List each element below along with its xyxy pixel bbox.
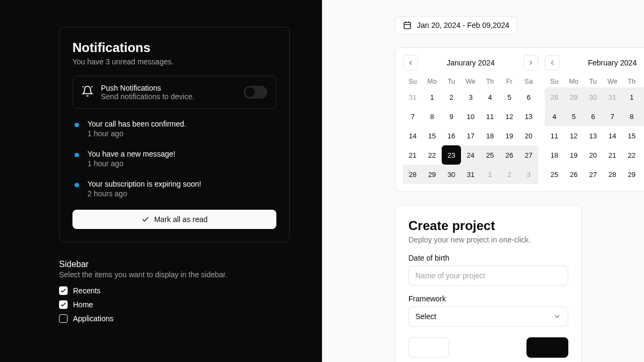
create-project-card: Create project Deploy your new project i…	[395, 205, 582, 362]
calendar-day[interactable]: 8	[622, 107, 641, 126]
calendar-day[interactable]: 20	[519, 126, 538, 145]
deploy-button[interactable]	[526, 337, 568, 358]
notification-item: You have a new message! 1 hour ago	[72, 150, 276, 168]
calendar-month-feb: February 2024 SuMoTuWeThFrSa 28293031123…	[545, 55, 644, 184]
checkbox-label: Recents	[73, 286, 100, 295]
calendar-day[interactable]: 29	[622, 165, 641, 184]
calendar-day[interactable]: 15	[422, 126, 442, 145]
calendar-day[interactable]: 11	[545, 126, 564, 145]
calendar-day[interactable]: 4	[545, 107, 564, 126]
push-title: Push Notifications	[101, 84, 236, 92]
project-name-input[interactable]	[408, 265, 568, 286]
calendar-day[interactable]: 26	[500, 145, 519, 165]
calendar-day[interactable]: 30	[583, 87, 603, 107]
mark-all-label: Mark all as read	[154, 215, 208, 224]
chevron-left-icon	[548, 59, 556, 67]
sidebar-title: Sidebar	[59, 260, 290, 269]
notification-title: You have a new message!	[87, 150, 175, 158]
calendar-day[interactable]: 31	[461, 165, 480, 184]
calendar-day[interactable]: 2	[641, 87, 644, 107]
calendar-day[interactable]: 15	[622, 126, 641, 145]
mark-all-read-button[interactable]: Mark all as read	[72, 210, 276, 229]
calendar-day[interactable]: 1	[622, 87, 641, 107]
cancel-button[interactable]	[408, 337, 449, 358]
calendar-day[interactable]: 31	[403, 87, 422, 107]
calendar-day[interactable]: 26	[564, 165, 583, 184]
date-range-button[interactable]: Jan 20, 2024 - Feb 09,2024	[395, 16, 517, 34]
calendar-day[interactable]: 8	[422, 107, 442, 126]
calendar-day[interactable]: 5	[564, 107, 583, 126]
calendar-day[interactable]: 29	[422, 165, 442, 184]
calendar-day[interactable]: 12	[564, 126, 583, 145]
date-range-label: Jan 20, 2024 - Feb 09,2024	[417, 21, 509, 29]
project-title: Create project	[408, 218, 568, 233]
calendar-day[interactable]: 6	[519, 87, 538, 107]
calendar-next-button[interactable]	[523, 55, 538, 70]
calendar-day[interactable]: 13	[583, 126, 603, 145]
calendar-day[interactable]: 19	[564, 145, 583, 165]
sidebar-option-home[interactable]: Home	[59, 300, 290, 309]
calendar-day[interactable]: 25	[480, 145, 500, 165]
calendar-day[interactable]: 18	[545, 145, 564, 165]
calendar-day[interactable]: 1	[480, 165, 500, 184]
calendar-prev-button[interactable]	[403, 55, 418, 70]
notification-title: Your call has been confirmed.	[87, 120, 186, 128]
calendar-day[interactable]: 23	[442, 145, 461, 165]
sidebar-option-applications[interactable]: Applications	[59, 314, 290, 323]
calendar-day[interactable]: 14	[603, 126, 622, 145]
calendar-month-title: February 2024	[588, 58, 636, 67]
calendar-day[interactable]: 29	[564, 87, 583, 107]
calendar-day[interactable]: 21	[603, 145, 622, 165]
calendar-prev-button[interactable]	[545, 55, 560, 70]
calendar-day[interactable]: 20	[583, 145, 603, 165]
notifications-title: Notifications	[72, 40, 276, 55]
calendar-day[interactable]: 18	[480, 126, 500, 145]
calendar-day[interactable]: 28	[603, 165, 622, 184]
calendar-day[interactable]: 21	[403, 145, 422, 165]
calendar-day[interactable]: 19	[500, 126, 519, 145]
calendar-dow: We	[461, 78, 480, 85]
calendar-day[interactable]: 16	[442, 126, 461, 145]
calendar-dow: Tu	[442, 78, 461, 85]
calendar-day[interactable]: 28	[545, 87, 564, 107]
push-toggle[interactable]	[244, 86, 267, 99]
calendar-day[interactable]: 24	[461, 145, 480, 165]
calendar-day[interactable]: 11	[480, 107, 500, 126]
calendar-day[interactable]: 5	[500, 87, 519, 107]
calendar-day[interactable]: 27	[519, 145, 538, 165]
calendar-day[interactable]: 9	[641, 107, 644, 126]
calendar-month-jan: Janurary 2024 SuMoTuWeThFrSa 31123456789…	[403, 55, 538, 184]
calendar-day[interactable]: 1	[422, 87, 442, 107]
calendar-day[interactable]: 16	[641, 126, 644, 145]
framework-select[interactable]: Select	[408, 306, 568, 327]
calendar-day[interactable]: 9	[442, 107, 461, 126]
calendar-dow: Mo	[564, 78, 583, 85]
calendar-day[interactable]: 13	[519, 107, 538, 126]
calendar-day[interactable]: 3	[461, 87, 480, 107]
calendar-day[interactable]: 2	[500, 165, 519, 184]
chevron-right-icon	[527, 59, 535, 67]
calendar-dow: Fr	[500, 78, 519, 85]
calendar-day[interactable]: 23	[641, 145, 644, 165]
calendar-day[interactable]: 31	[603, 87, 622, 107]
calendar-day[interactable]: 12	[500, 107, 519, 126]
calendar-day[interactable]: 22	[422, 145, 442, 165]
calendar-day[interactable]: 27	[583, 165, 603, 184]
calendar-day[interactable]: 17	[461, 126, 480, 145]
calendar-day[interactable]: 6	[583, 107, 603, 126]
calendar-popover: Janurary 2024 SuMoTuWeThFrSa 31123456789…	[395, 47, 644, 192]
calendar-day[interactable]: 10	[461, 107, 480, 126]
calendar-day[interactable]: 7	[603, 107, 622, 126]
sidebar-option-recents[interactable]: Recents	[59, 286, 290, 295]
calendar-day[interactable]: 30	[442, 165, 461, 184]
calendar-day[interactable]: 4	[480, 87, 500, 107]
calendar-day[interactable]: 22	[622, 145, 641, 165]
chevron-down-icon	[553, 312, 561, 321]
calendar-day[interactable]: 28	[403, 165, 422, 184]
calendar-day[interactable]: 2	[442, 87, 461, 107]
calendar-day[interactable]: 7	[403, 107, 422, 126]
calendar-day[interactable]: 14	[403, 126, 422, 145]
checkbox-icon	[59, 314, 68, 323]
calendar-day[interactable]: 25	[545, 165, 564, 184]
calendar-day[interactable]: 3	[519, 165, 538, 184]
